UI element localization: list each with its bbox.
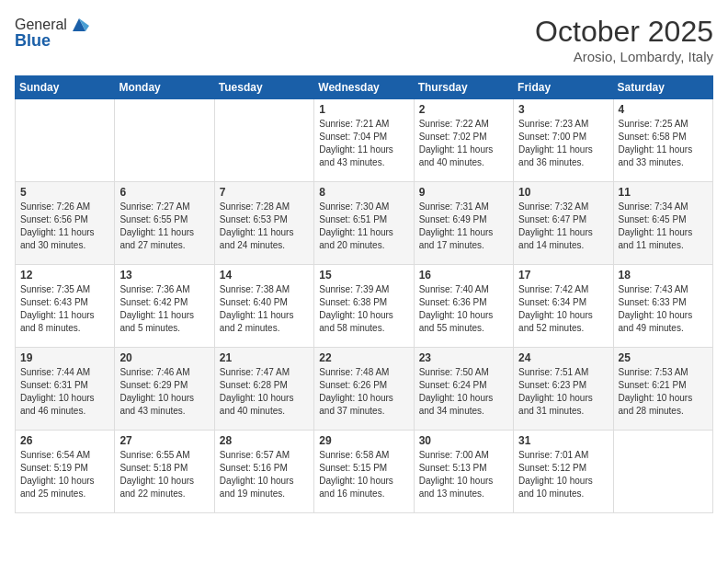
day-info: Sunrise: 7:42 AM Sunset: 6:34 PM Dayligh… bbox=[518, 283, 608, 335]
calendar-table: SundayMondayTuesdayWednesdayThursdayFrid… bbox=[15, 75, 713, 513]
calendar-week-row: 5Sunrise: 7:26 AM Sunset: 6:56 PM Daylig… bbox=[16, 182, 713, 265]
calendar-cell: 20Sunrise: 7:46 AM Sunset: 6:29 PM Dayli… bbox=[115, 348, 214, 431]
day-number: 28 bbox=[220, 434, 309, 447]
day-info: Sunrise: 7:39 AM Sunset: 6:38 PM Dayligh… bbox=[319, 283, 408, 335]
calendar-cell: 30Sunrise: 7:00 AM Sunset: 5:13 PM Dayli… bbox=[414, 431, 513, 513]
calendar-cell: 31Sunrise: 7:01 AM Sunset: 5:12 PM Dayli… bbox=[514, 431, 613, 513]
calendar-header-row: SundayMondayTuesdayWednesdayThursdayFrid… bbox=[16, 76, 713, 99]
day-info: Sunrise: 7:51 AM Sunset: 6:23 PM Dayligh… bbox=[518, 366, 608, 418]
day-number: 24 bbox=[518, 351, 608, 364]
calendar-cell: 24Sunrise: 7:51 AM Sunset: 6:23 PM Dayli… bbox=[514, 348, 613, 431]
location: Arosio, Lombardy, Italy bbox=[535, 49, 713, 64]
day-number: 19 bbox=[20, 351, 109, 364]
day-number: 15 bbox=[319, 269, 408, 282]
calendar-cell: 28Sunrise: 6:57 AM Sunset: 5:16 PM Dayli… bbox=[214, 431, 313, 513]
day-info: Sunrise: 7:46 AM Sunset: 6:29 PM Dayligh… bbox=[119, 366, 209, 418]
calendar-cell: 13Sunrise: 7:36 AM Sunset: 6:42 PM Dayli… bbox=[115, 265, 214, 348]
day-number: 4 bbox=[619, 103, 708, 116]
calendar-cell: 29Sunrise: 6:58 AM Sunset: 5:15 PM Dayli… bbox=[314, 431, 414, 513]
day-number: 7 bbox=[220, 186, 309, 199]
calendar-cell: 8Sunrise: 7:30 AM Sunset: 6:51 PM Daylig… bbox=[314, 182, 414, 265]
calendar-week-row: 12Sunrise: 7:35 AM Sunset: 6:43 PM Dayli… bbox=[16, 265, 713, 348]
day-number: 29 bbox=[319, 434, 408, 447]
day-info: Sunrise: 7:38 AM Sunset: 6:40 PM Dayligh… bbox=[220, 283, 309, 335]
calendar-cell bbox=[115, 99, 214, 182]
calendar-cell: 7Sunrise: 7:28 AM Sunset: 6:53 PM Daylig… bbox=[214, 182, 313, 265]
calendar-cell: 9Sunrise: 7:31 AM Sunset: 6:49 PM Daylig… bbox=[414, 182, 513, 265]
day-number: 27 bbox=[119, 434, 209, 447]
calendar-week-row: 26Sunrise: 6:54 AM Sunset: 5:19 PM Dayli… bbox=[16, 431, 713, 513]
calendar-day-header: Wednesday bbox=[314, 76, 414, 99]
calendar-cell: 11Sunrise: 7:34 AM Sunset: 6:45 PM Dayli… bbox=[613, 182, 712, 265]
calendar-cell: 18Sunrise: 7:43 AM Sunset: 6:33 PM Dayli… bbox=[613, 265, 712, 348]
calendar-cell: 23Sunrise: 7:50 AM Sunset: 6:24 PM Dayli… bbox=[414, 348, 513, 431]
calendar-cell: 6Sunrise: 7:27 AM Sunset: 6:55 PM Daylig… bbox=[115, 182, 214, 265]
calendar-cell: 2Sunrise: 7:22 AM Sunset: 7:02 PM Daylig… bbox=[414, 99, 513, 182]
day-info: Sunrise: 7:26 AM Sunset: 6:56 PM Dayligh… bbox=[20, 201, 109, 252]
day-number: 8 bbox=[319, 186, 408, 199]
calendar-day-header: Friday bbox=[514, 76, 613, 99]
day-info: Sunrise: 7:44 AM Sunset: 6:31 PM Dayligh… bbox=[20, 366, 109, 418]
day-info: Sunrise: 7:00 AM Sunset: 5:13 PM Dayligh… bbox=[419, 449, 508, 500]
day-info: Sunrise: 7:47 AM Sunset: 6:28 PM Dayligh… bbox=[220, 366, 309, 418]
calendar-cell: 3Sunrise: 7:23 AM Sunset: 7:00 PM Daylig… bbox=[514, 99, 613, 182]
month-title: October 2025 bbox=[535, 15, 713, 49]
day-info: Sunrise: 6:55 AM Sunset: 5:18 PM Dayligh… bbox=[119, 449, 209, 500]
day-number: 14 bbox=[220, 269, 309, 282]
calendar-cell bbox=[214, 99, 313, 182]
calendar-day-header: Sunday bbox=[16, 76, 115, 99]
day-info: Sunrise: 7:35 AM Sunset: 6:43 PM Dayligh… bbox=[20, 283, 109, 335]
day-number: 26 bbox=[20, 434, 109, 447]
day-info: Sunrise: 7:50 AM Sunset: 6:24 PM Dayligh… bbox=[419, 366, 508, 418]
day-number: 17 bbox=[518, 269, 608, 282]
calendar-day-header: Monday bbox=[115, 76, 214, 99]
day-info: Sunrise: 6:54 AM Sunset: 5:19 PM Dayligh… bbox=[20, 449, 109, 500]
day-number: 31 bbox=[518, 434, 608, 447]
day-info: Sunrise: 7:25 AM Sunset: 6:58 PM Dayligh… bbox=[619, 118, 708, 169]
logo: General Blue bbox=[15, 15, 89, 51]
day-info: Sunrise: 7:43 AM Sunset: 6:33 PM Dayligh… bbox=[619, 283, 708, 335]
day-info: Sunrise: 7:48 AM Sunset: 6:26 PM Dayligh… bbox=[319, 366, 408, 418]
calendar-cell: 25Sunrise: 7:53 AM Sunset: 6:21 PM Dayli… bbox=[613, 348, 712, 431]
calendar-cell: 19Sunrise: 7:44 AM Sunset: 6:31 PM Dayli… bbox=[16, 348, 115, 431]
day-info: Sunrise: 7:01 AM Sunset: 5:12 PM Dayligh… bbox=[518, 449, 608, 500]
day-info: Sunrise: 7:27 AM Sunset: 6:55 PM Dayligh… bbox=[119, 201, 209, 252]
day-info: Sunrise: 6:58 AM Sunset: 5:15 PM Dayligh… bbox=[319, 449, 408, 500]
day-info: Sunrise: 7:23 AM Sunset: 7:00 PM Dayligh… bbox=[518, 118, 608, 169]
day-info: Sunrise: 7:34 AM Sunset: 6:45 PM Dayligh… bbox=[619, 201, 708, 252]
calendar-cell: 27Sunrise: 6:55 AM Sunset: 5:18 PM Dayli… bbox=[115, 431, 214, 513]
day-number: 21 bbox=[220, 351, 309, 364]
calendar-cell: 12Sunrise: 7:35 AM Sunset: 6:43 PM Dayli… bbox=[16, 265, 115, 348]
day-number: 2 bbox=[419, 103, 508, 116]
day-number: 30 bbox=[419, 434, 508, 447]
day-number: 25 bbox=[619, 351, 708, 364]
calendar-day-header: Thursday bbox=[414, 76, 513, 99]
calendar-week-row: 1Sunrise: 7:21 AM Sunset: 7:04 PM Daylig… bbox=[16, 99, 713, 182]
day-number: 1 bbox=[319, 103, 408, 116]
calendar-cell bbox=[613, 431, 712, 513]
calendar-cell bbox=[16, 99, 115, 182]
calendar-day-header: Tuesday bbox=[214, 76, 313, 99]
day-info: Sunrise: 7:31 AM Sunset: 6:49 PM Dayligh… bbox=[419, 201, 508, 252]
day-number: 18 bbox=[619, 269, 708, 282]
calendar-cell: 1Sunrise: 7:21 AM Sunset: 7:04 PM Daylig… bbox=[314, 99, 414, 182]
calendar-cell: 26Sunrise: 6:54 AM Sunset: 5:19 PM Dayli… bbox=[16, 431, 115, 513]
day-number: 16 bbox=[419, 269, 508, 282]
calendar-cell: 16Sunrise: 7:40 AM Sunset: 6:36 PM Dayli… bbox=[414, 265, 513, 348]
day-number: 20 bbox=[119, 351, 209, 364]
day-info: Sunrise: 7:53 AM Sunset: 6:21 PM Dayligh… bbox=[619, 366, 708, 418]
calendar-day-header: Saturday bbox=[613, 76, 712, 99]
day-info: Sunrise: 7:40 AM Sunset: 6:36 PM Dayligh… bbox=[419, 283, 508, 335]
day-number: 23 bbox=[419, 351, 508, 364]
day-info: Sunrise: 7:21 AM Sunset: 7:04 PM Dayligh… bbox=[319, 118, 408, 169]
calendar-cell: 17Sunrise: 7:42 AM Sunset: 6:34 PM Dayli… bbox=[514, 265, 613, 348]
day-number: 5 bbox=[20, 186, 109, 199]
calendar-cell: 22Sunrise: 7:48 AM Sunset: 6:26 PM Dayli… bbox=[314, 348, 414, 431]
day-number: 9 bbox=[419, 186, 508, 199]
day-number: 13 bbox=[119, 269, 209, 282]
calendar-cell: 15Sunrise: 7:39 AM Sunset: 6:38 PM Dayli… bbox=[314, 265, 414, 348]
calendar-cell: 5Sunrise: 7:26 AM Sunset: 6:56 PM Daylig… bbox=[16, 182, 115, 265]
page-header: General Blue October 2025 Arosio, Lombar… bbox=[15, 15, 713, 64]
day-number: 22 bbox=[319, 351, 408, 364]
day-number: 6 bbox=[119, 186, 209, 199]
